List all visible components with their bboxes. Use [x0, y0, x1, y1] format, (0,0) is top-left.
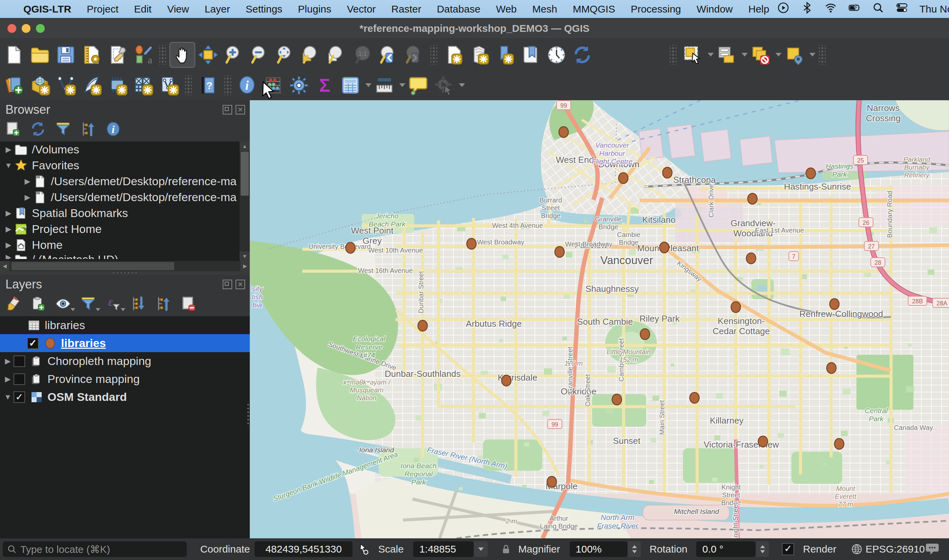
filter-legend-button[interactable]: [80, 295, 96, 312]
control-center-icon[interactable]: [896, 2, 908, 16]
expand-arrow[interactable]: ▶: [3, 225, 14, 234]
temporal-controller-button[interactable]: [544, 42, 569, 68]
select-features-by-value-button[interactable]: [714, 42, 739, 68]
expand-arrow[interactable]: ▶: [2, 357, 14, 366]
map-canvas[interactable]: 999972526272828B28A West EndDowntownStra…: [250, 100, 949, 538]
layers-panel-resize-grip[interactable]: [246, 403, 250, 426]
statistics-panel-button[interactable]: Σ: [312, 72, 338, 98]
expand-arrow[interactable]: ▶: [3, 241, 14, 249]
locate-search-input[interactable]: Type to locate (⌘K): [3, 542, 187, 557]
lock-scale-icon[interactable]: [500, 543, 512, 555]
browser-item-favorites[interactable]: ▼Favorites: [0, 157, 240, 173]
crs-label[interactable]: EPSG:26910: [866, 543, 925, 555]
new-gpx-layer-button[interactable]: [156, 72, 182, 98]
browser-item-spatial-bookmarks[interactable]: ▶Spatial Bookmarks: [0, 205, 240, 221]
pan-map-button[interactable]: [170, 42, 195, 68]
expand-arrow[interactable]: ▶: [22, 193, 33, 202]
menu-app-name[interactable]: QGIS-LTR: [15, 3, 79, 15]
menu-item-edit[interactable]: Edit: [126, 3, 159, 15]
menu-item-plugins[interactable]: Plugins: [290, 3, 339, 15]
coordinate-input[interactable]: 482439,5451330: [255, 542, 352, 557]
zoom-in-button[interactable]: [221, 42, 247, 68]
run-feature-action-button[interactable]: [431, 72, 457, 98]
browser-vertical-scrollbar[interactable]: ▲ ▼: [240, 142, 250, 261]
layer-item-libraries-points[interactable]: ✓libraries: [0, 334, 250, 352]
new-mesh-layer-button[interactable]: [130, 72, 156, 98]
help-button[interactable]: ?: [195, 72, 221, 98]
menu-item-processing[interactable]: Processing: [623, 3, 689, 15]
zoom-to-layer-button[interactable]: [324, 42, 350, 68]
browser-float-button[interactable]: [223, 105, 232, 114]
crs-globe-icon[interactable]: [851, 543, 863, 555]
new-print-layout-button[interactable]: [79, 42, 104, 68]
browser-item-favorite-path-1[interactable]: ▶/Users/demet/Desktop/reference-ma: [0, 173, 240, 189]
play-circle-icon[interactable]: [777, 2, 789, 16]
panel-splitter[interactable]: [0, 271, 250, 275]
show-spatial-bookmarks-button[interactable]: [518, 42, 544, 68]
browser-collapse-all-button[interactable]: [80, 121, 96, 137]
new-shapefile-layer-button[interactable]: [53, 72, 79, 98]
new-geopackage-layer-button[interactable]: [27, 72, 53, 98]
zoom-next-button[interactable]: [401, 42, 427, 68]
scroll-up-arrow[interactable]: ▲: [240, 142, 250, 151]
attribute-table-button-dropdown-arrow[interactable]: [366, 83, 372, 87]
zoom-out-button[interactable]: [247, 42, 273, 68]
menu-item-help[interactable]: Help: [741, 3, 777, 15]
filter-by-expression-button[interactable]: ε: [105, 295, 121, 312]
layer-item-choropleth-mapping[interactable]: ▶Choropleth mapping: [0, 352, 250, 370]
minimize-window-button[interactable]: [22, 24, 31, 33]
expand-arrow[interactable]: ▼: [2, 393, 14, 402]
menu-item-project[interactable]: Project: [79, 3, 126, 15]
measure-button-dropdown-arrow[interactable]: [399, 83, 405, 87]
select-features-by-value-button-dropdown-arrow[interactable]: [742, 53, 748, 57]
menu-item-mmqgis[interactable]: MMQGIS: [565, 3, 623, 15]
new-spatial-bookmark-button[interactable]: [492, 42, 518, 68]
measure-button[interactable]: [372, 72, 397, 98]
bluetooth-icon[interactable]: [801, 2, 813, 16]
menu-item-layer[interactable]: Layer: [197, 3, 238, 15]
select-by-location-button[interactable]: [782, 42, 807, 68]
layers-float-button[interactable]: [223, 280, 232, 289]
magnifier-spinbox[interactable]: 100%: [565, 542, 641, 557]
rotation-spinbox[interactable]: 0.0 °: [691, 542, 769, 557]
battery-charging-icon[interactable]: [848, 2, 861, 16]
menu-bar-clock[interactable]: Thu Nov 13 10:09 A: [920, 3, 949, 15]
attribute-table-button[interactable]: [338, 72, 363, 98]
menu-item-settings[interactable]: Settings: [238, 3, 290, 15]
scroll-right-arrow[interactable]: ▶: [240, 261, 250, 271]
layer-item-libraries-points-checkbox[interactable]: ✓: [27, 338, 39, 349]
menu-item-mesh[interactable]: Mesh: [525, 3, 565, 15]
browser-item-home[interactable]: ▶Home: [0, 237, 240, 253]
scale-dropdown-arrow[interactable]: [474, 542, 488, 557]
field-calculator-button[interactable]: [260, 72, 286, 98]
remove-layer-button[interactable]: [180, 295, 197, 312]
expand-arrow[interactable]: ▶: [22, 177, 33, 186]
layer-item-province-mapping[interactable]: ▶Province mapping: [0, 370, 250, 388]
new-map-view-button[interactable]: [441, 42, 466, 68]
browser-horizontal-scrollbar[interactable]: ◀ ▶: [0, 261, 250, 271]
menu-item-raster[interactable]: Raster: [384, 3, 429, 15]
identify-features-button[interactable]: i: [235, 72, 260, 98]
browser-item-favorite-path-2[interactable]: ▶/Users/demet/Desktop/reference-ma: [0, 189, 240, 205]
show-layout-manager-button[interactable]: [104, 42, 130, 68]
zoom-native-button[interactable]: 1:1: [350, 42, 375, 68]
browser-properties-button[interactable]: i: [105, 121, 121, 137]
deselect-features-button[interactable]: [748, 42, 773, 68]
layer-item-osm-standard[interactable]: ▼✓OSM Standard: [0, 388, 250, 406]
mouse-extents-icon[interactable]: [357, 543, 369, 555]
messages-icon[interactable]: [925, 542, 940, 557]
deselect-features-button-dropdown-arrow[interactable]: [775, 53, 782, 57]
data-source-manager-button[interactable]: [2, 72, 27, 98]
browser-item-project-home[interactable]: ▶Project Home: [0, 221, 240, 237]
collapse-all-button[interactable]: [155, 295, 171, 312]
browser-item-macintosh-hd[interactable]: ▶/ (Macintosh HD): [0, 253, 240, 259]
expand-arrow[interactable]: ▶: [2, 375, 14, 384]
browser-close-button[interactable]: ✕: [236, 105, 245, 114]
select-features-button[interactable]: [680, 42, 706, 68]
layer-item-province-mapping-checkbox[interactable]: [14, 374, 25, 385]
render-checkbox[interactable]: ✓: [782, 543, 794, 555]
layer-item-osm-standard-checkbox[interactable]: ✓: [14, 391, 25, 403]
scroll-left-arrow[interactable]: ◀: [0, 261, 9, 271]
save-project-button[interactable]: [53, 42, 79, 68]
close-window-button[interactable]: [8, 24, 16, 33]
